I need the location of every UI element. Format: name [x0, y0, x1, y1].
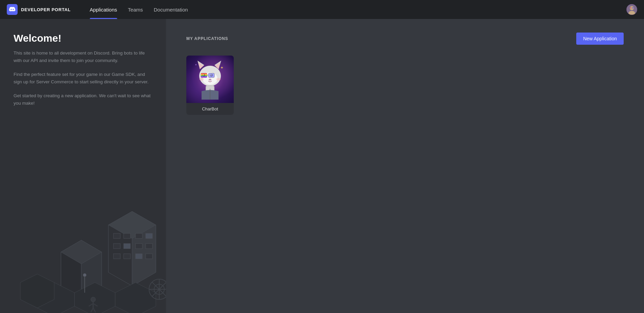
- welcome-para-2: Find the perfect feature set for your ga…: [14, 71, 152, 85]
- svg-point-35: [91, 297, 96, 302]
- svg-rect-19: [136, 233, 142, 238]
- svg-point-33: [83, 273, 86, 277]
- svg-rect-8: [632, 7, 634, 8]
- avatar-image: [626, 4, 637, 15]
- user-avatar[interactable]: [626, 4, 637, 15]
- welcome-para-3: Get started by creating a new applicatio…: [14, 92, 152, 107]
- discord-logo-icon: [7, 4, 18, 15]
- brand-name: DEVELOPER PORTAL: [21, 7, 71, 12]
- sidebar: Welcome! This site is home to all develo…: [0, 19, 166, 313]
- svg-rect-17: [113, 254, 120, 259]
- svg-marker-31: [115, 283, 156, 313]
- welcome-para-1: This site is home to all development on …: [14, 49, 152, 64]
- svg-rect-20: [146, 233, 152, 238]
- section-title: MY APPLICATIONS: [186, 36, 228, 41]
- apps-grid: ✦ ✦ CharBot: [186, 56, 624, 115]
- svg-rect-18: [124, 254, 130, 259]
- svg-text:✦: ✦: [195, 63, 197, 66]
- svg-rect-15: [113, 244, 120, 249]
- charbot-character-icon: ✦ ✦: [191, 59, 229, 100]
- svg-point-69: [216, 78, 221, 81]
- svg-rect-7: [630, 7, 631, 8]
- brand: DEVELOPER PORTAL: [7, 4, 71, 15]
- nav-links: Applications Teams Documentation: [84, 0, 626, 19]
- svg-rect-62: [201, 77, 207, 78]
- nav-item-documentation[interactable]: Documentation: [148, 0, 193, 19]
- app-card-name-charbot: CharBot: [186, 103, 234, 115]
- charbot-avatar: ✦ ✦: [186, 56, 234, 103]
- svg-point-67: [209, 79, 211, 81]
- svg-point-65: [203, 75, 204, 76]
- content-area: MY APPLICATIONS New Application: [166, 19, 644, 313]
- nav-item-applications[interactable]: Applications: [84, 0, 123, 19]
- welcome-title: Welcome!: [14, 33, 152, 44]
- content-header: MY APPLICATIONS New Application: [186, 33, 624, 45]
- svg-rect-22: [146, 244, 152, 249]
- sidebar-decoration: [0, 184, 166, 313]
- app-card-charbot[interactable]: ✦ ✦ CharBot: [186, 56, 234, 115]
- svg-rect-14: [124, 233, 130, 238]
- svg-rect-16: [124, 244, 130, 249]
- svg-point-68: [199, 78, 204, 81]
- app-card-image-charbot: ✦ ✦: [186, 56, 234, 103]
- nav-item-teams[interactable]: Teams: [123, 0, 148, 19]
- navbar: DEVELOPER PORTAL Applications Teams Docu…: [0, 0, 644, 19]
- svg-point-66: [211, 75, 212, 76]
- svg-rect-21: [136, 244, 142, 249]
- svg-rect-13: [113, 233, 120, 238]
- main-container: Welcome! This site is home to all develo…: [0, 19, 644, 313]
- navbar-right: [626, 4, 637, 15]
- svg-text:✦: ✦: [220, 65, 224, 70]
- avatar-icon: [626, 4, 637, 15]
- svg-rect-24: [146, 254, 152, 259]
- new-application-button[interactable]: New Application: [576, 33, 624, 45]
- svg-rect-23: [136, 254, 142, 259]
